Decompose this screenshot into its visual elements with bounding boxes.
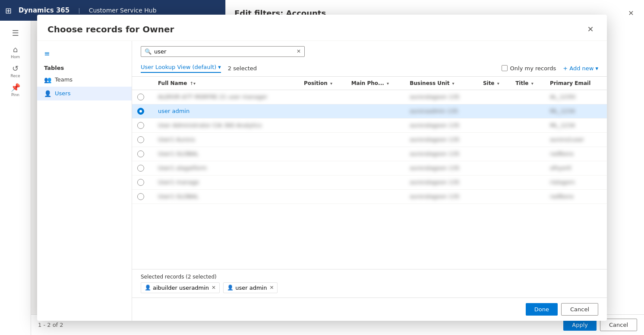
- th-checkbox: [132, 77, 153, 90]
- table-row[interactable]: User1 alagatformauroralagoon 135olhyortl: [132, 161, 607, 175]
- users-label: Users: [55, 90, 70, 97]
- th-site[interactable]: Site ▾: [478, 77, 510, 90]
- dialog-close-icon[interactable]: ✕: [584, 23, 597, 35]
- row-radio[interactable]: [137, 165, 144, 172]
- th-title[interactable]: Title ▾: [510, 77, 545, 90]
- table-row[interactable]: User1 manageauroralagoon 135rialagorn: [132, 175, 607, 189]
- record-name-blurred: User1 alagatform: [153, 161, 299, 175]
- row-radio[interactable]: [137, 179, 144, 186]
- record-name-blurred: User Administrator CIA 360 Analytics: [153, 118, 299, 132]
- record-name-blurred: User1 GLOBAL: [153, 147, 299, 161]
- fullname-sort-icon: ↑▾: [190, 81, 196, 86]
- record-name-blurred: User1 manage: [153, 175, 299, 189]
- th-mainphone[interactable]: Main Pho... ▾: [346, 77, 405, 90]
- view-label: User Lookup View (default): [141, 64, 216, 70]
- selected-count: 2 selected: [228, 65, 257, 72]
- teams-icon: 👥: [44, 76, 51, 83]
- search-clear-icon[interactable]: ✕: [297, 48, 301, 54]
- dialog-footer: Done Cancel: [132, 297, 607, 321]
- add-new-label: + Add new: [563, 65, 593, 72]
- record-name-blurred: User1 Aurora: [153, 132, 299, 147]
- th-fullname[interactable]: Full Name ↑▾: [153, 77, 299, 90]
- record-name-blurred: User1 GLOBAL: [153, 189, 299, 204]
- row-radio[interactable]: [137, 108, 144, 115]
- row-radio[interactable]: [137, 150, 144, 157]
- selected-records-bar: Selected records (2 selected) 👤 aibuilde…: [132, 269, 607, 297]
- position-sort-icon: ▾: [330, 81, 332, 86]
- chip-name-2: user admin: [235, 285, 267, 291]
- dialog-overlay: Choose records for Owner ✕ ≡ Tables 👥 Te…: [0, 0, 644, 335]
- table-toolbar: User Lookup View (default) ▾ 2 selected …: [132, 62, 607, 77]
- row-radio[interactable]: [137, 136, 144, 143]
- th-primaryemail: Primary Email: [545, 77, 607, 90]
- search-input-wrap[interactable]: 🔍 ✕: [141, 46, 305, 57]
- dialog-title: Choose records for Owner: [47, 24, 174, 34]
- table-wrap: Full Name ↑▾ Position ▾ Main Pho... ▾: [132, 77, 607, 269]
- row-radio[interactable]: [137, 94, 144, 100]
- left-panel: ≡ Tables 👥 Teams 👤 Users: [37, 41, 132, 321]
- chip-remove-1[interactable]: ✕: [212, 285, 216, 291]
- chip-user-icon-1: 👤: [145, 285, 151, 291]
- selected-records-label: Selected records (2 selected): [141, 274, 598, 280]
- teams-label: Teams: [55, 76, 73, 83]
- selected-chips-row: 👤 aibuilder useradmin ✕ 👤 user admin ✕: [141, 282, 598, 293]
- table-row[interactable]: User1 GLOBALauroralagoon 135radlbora: [132, 189, 607, 204]
- only-my-records-label: Only my records: [510, 65, 556, 72]
- done-button[interactable]: Done: [526, 303, 558, 316]
- chip-user-icon-2: 👤: [227, 285, 234, 291]
- record-name-blurred: ALERXR A7T MSRFRE 21 user manager: [153, 90, 299, 104]
- title-sort-icon: ▾: [531, 81, 534, 86]
- view-chevron-icon: ▾: [218, 64, 221, 70]
- row-radio[interactable]: [137, 193, 144, 200]
- dialog-header: Choose records for Owner ✕: [37, 15, 607, 41]
- row-radio[interactable]: [137, 122, 144, 129]
- only-my-records-toggle[interactable]: Only my records: [502, 65, 556, 72]
- chip-name-1: aibuilder useradmin: [153, 285, 209, 291]
- table-header-row: Full Name ↑▾ Position ▾ Main Pho... ▾: [132, 77, 607, 90]
- view-selector[interactable]: User Lookup View (default) ▾: [141, 64, 221, 73]
- search-bar: 🔍 ✕: [132, 41, 607, 62]
- dialog-body: ≡ Tables 👥 Teams 👤 Users 🔍: [37, 41, 607, 321]
- table-row[interactable]: user adminauroraadmin 135ML_1234: [132, 104, 607, 118]
- cancel-button[interactable]: Cancel: [561, 303, 598, 316]
- users-icon: 👤: [44, 90, 51, 97]
- mainphone-sort-icon: ▾: [387, 81, 389, 86]
- only-my-records-checkbox[interactable]: [502, 65, 508, 71]
- table-row[interactable]: User Administrator CIA 360 Analyticsauro…: [132, 118, 607, 132]
- sidebar-item-teams[interactable]: 👥 Teams: [37, 73, 132, 87]
- add-new-chevron-icon: ▾: [595, 65, 598, 72]
- th-businessunit[interactable]: Business Unit ▾: [404, 77, 478, 90]
- sidebar-item-users[interactable]: 👤 Users: [37, 87, 132, 100]
- right-panel: 🔍 ✕ User Lookup View (default) ▾ 2 selec…: [132, 41, 607, 321]
- table-row[interactable]: ALERXR A7T MSRFRE 21 user managerauroral…: [132, 90, 607, 104]
- filter-toggle-icon[interactable]: ≡: [37, 46, 132, 61]
- add-new-button[interactable]: + Add new ▾: [563, 65, 598, 72]
- chip-useradmin: 👤 user admin ✕: [223, 282, 278, 293]
- record-link[interactable]: user admin: [158, 108, 189, 114]
- search-icon: 🔍: [145, 48, 152, 55]
- chip-aibuilder: 👤 aibuilder useradmin ✕: [141, 282, 220, 293]
- chip-remove-2[interactable]: ✕: [269, 285, 274, 291]
- search-input[interactable]: [154, 48, 297, 55]
- businessunit-sort-icon: ▾: [452, 81, 455, 86]
- table-row[interactable]: User1 GLOBALauroralagoon 135radlbora: [132, 147, 607, 161]
- site-sort-icon: ▾: [497, 81, 499, 86]
- records-table: Full Name ↑▾ Position ▾ Main Pho... ▾: [132, 77, 607, 204]
- table-row[interactable]: User1 Auroraauroralagoon 135aurora1user: [132, 132, 607, 147]
- choose-records-dialog: Choose records for Owner ✕ ≡ Tables 👥 Te…: [37, 15, 607, 321]
- tables-label: Tables: [37, 61, 132, 73]
- th-position[interactable]: Position ▾: [299, 77, 346, 90]
